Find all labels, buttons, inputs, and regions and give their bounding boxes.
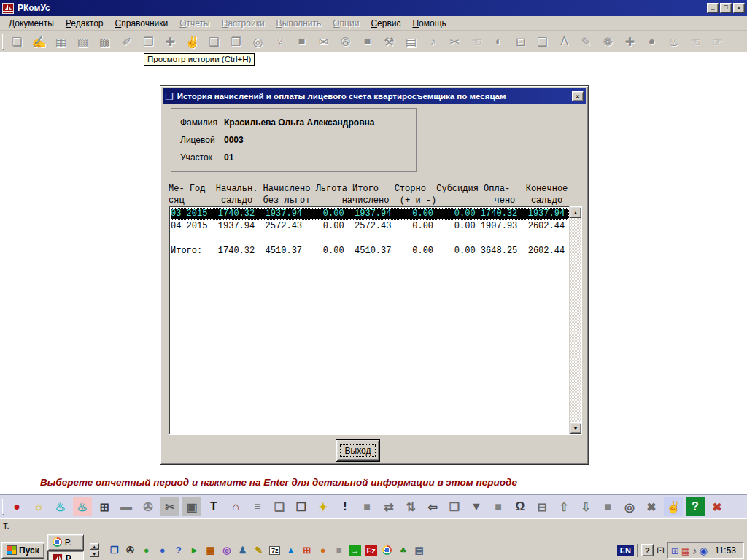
page-icon[interactable]: ❏	[270, 497, 289, 516]
filezilla-icon[interactable]: Fz	[365, 545, 377, 556]
payment-icon[interactable]: ◐	[489, 33, 508, 50]
help-green-icon[interactable]: ?	[686, 497, 705, 516]
spin-up-icon[interactable]: ▲	[90, 543, 99, 550]
tree-icon[interactable]: ♣	[395, 543, 411, 558]
open-folder-icon[interactable]: ❏	[7, 33, 27, 50]
sevenzip-icon[interactable]: 7z	[267, 543, 283, 558]
dialog-titlebar[interactable]: ❒ История начислений и оплаты лицевого с…	[163, 88, 586, 104]
table-view-icon[interactable]: ▦	[51, 33, 71, 50]
history-row[interactable]: 04 2015 1937.94 2572.43 0.00 2572.43 0.0…	[171, 220, 569, 233]
list-scrollbar[interactable]: ▲ ▼	[569, 206, 581, 434]
block-icon[interactable]: ■	[357, 497, 376, 516]
arrow-up-icon[interactable]: ⇧	[554, 497, 573, 516]
history-list[interactable]: 03 2015 1740.32 1937.94 0.00 1937.94 0.0…	[169, 206, 569, 434]
copy-stack-icon[interactable]: ❐	[226, 33, 246, 50]
wrench-icon[interactable]: ✇	[139, 497, 158, 516]
win-tray-icon[interactable]: ⊞	[671, 545, 679, 556]
cut-icon[interactable]: ✂	[160, 497, 179, 516]
gray-box-icon[interactable]: ■	[331, 543, 347, 558]
globe-icon[interactable]: ●	[155, 543, 171, 558]
menu-item-Помощь[interactable]: Помощь	[406, 17, 452, 30]
menu-item-Сервис[interactable]: Сервис	[365, 17, 406, 30]
printer-icon[interactable]: ⊟	[511, 33, 530, 50]
fork-icon[interactable]: ⇅	[401, 497, 420, 516]
minus-icon[interactable]: ▬	[117, 497, 136, 516]
close-button[interactable]: ✕	[733, 3, 745, 13]
menu-item-Опции[interactable]: Опции	[327, 17, 365, 30]
toolbar-bottom-grip[interactable]	[2, 499, 4, 515]
spin-down-icon[interactable]: ▼	[90, 551, 99, 557]
doc-search-icon[interactable]: ◎	[620, 497, 639, 516]
print-small-icon[interactable]: ⊟	[533, 497, 551, 516]
block2-icon[interactable]: ■	[357, 33, 377, 50]
wardrobe-icon[interactable]: ⊞	[95, 497, 114, 516]
house-icon[interactable]: ⌂	[226, 497, 245, 516]
history-row-selected[interactable]: 03 2015 1740.32 1937.94 0.00 1937.94 0.0…	[171, 208, 569, 220]
hand-right-icon[interactable]: ☞	[708, 33, 727, 50]
faucet-icon[interactable]: ♨	[51, 497, 70, 516]
task-button-Р.[interactable]: Р.	[47, 534, 84, 551]
menu-item-Настройки[interactable]: Настройки	[216, 17, 271, 30]
gear-icon[interactable]: ✇	[123, 543, 139, 558]
lamp-icon[interactable]: ☼	[29, 497, 48, 516]
spark-icon[interactable]: ❁	[598, 33, 618, 50]
folder-dark-icon[interactable]: ❑	[533, 33, 552, 50]
chrome-icon[interactable]	[379, 543, 395, 558]
note-alert-icon[interactable]: ✐	[117, 33, 136, 50]
toolbar-grip[interactable]	[2, 34, 4, 50]
callback-icon[interactable]: ☜	[467, 33, 487, 50]
alert-icon[interactable]: !	[336, 497, 355, 516]
notes-icon[interactable]: ✎	[251, 543, 267, 558]
scroll-up-button[interactable]: ▲	[570, 206, 581, 218]
minimize-button[interactable]: _	[707, 3, 719, 13]
exit-button[interactable]: Выход	[336, 439, 380, 462]
book-icon[interactable]: ✉	[314, 33, 333, 50]
exit-x-icon[interactable]: ✖	[708, 497, 727, 516]
close-x-icon[interactable]: ✖	[642, 497, 661, 516]
fox-icon[interactable]: ●	[315, 543, 331, 558]
grid-color-icon[interactable]: ⊞	[299, 543, 315, 558]
hammer-icon[interactable]: ⚒	[379, 33, 399, 50]
key-icon[interactable]: ✦	[314, 497, 333, 516]
omega-icon[interactable]: Ω	[511, 497, 530, 516]
help-blue-icon[interactable]: ?	[171, 543, 187, 558]
help-tray-button[interactable]: ?	[641, 544, 654, 556]
arrow-down-icon[interactable]: ⇩	[576, 497, 595, 516]
azure-icon[interactable]: ▲	[283, 543, 299, 558]
notebook-icon[interactable]: ▤	[401, 33, 421, 50]
menu-item-Отчеты[interactable]: Отчеты	[174, 17, 216, 30]
font-icon[interactable]: Α	[554, 33, 574, 50]
menu-item-Редактор[interactable]: Редактор	[60, 17, 109, 30]
menu-item-Справочники[interactable]: Справочники	[109, 17, 174, 30]
camera-icon[interactable]: ▣	[182, 497, 201, 516]
taskbar-spin-control[interactable]: ▲ ▼	[90, 543, 99, 557]
grid-icon[interactable]: ▩	[95, 33, 115, 50]
speaker-icon[interactable]: ♪	[692, 545, 697, 556]
ladder-icon[interactable]: ≡	[248, 497, 267, 516]
green-ball-icon[interactable]: ●	[139, 543, 155, 558]
scissors-icon[interactable]: ✂	[445, 33, 465, 50]
refresh-doc-icon[interactable]: ✇	[336, 33, 355, 50]
block-icon[interactable]: ■	[292, 33, 311, 50]
binoculars-icon[interactable]: ◎	[248, 33, 268, 50]
go-arrow-icon[interactable]: →	[349, 545, 361, 556]
page-dark-icon[interactable]: ❐	[292, 497, 311, 516]
catalog-icon[interactable]: ❒	[107, 543, 123, 558]
person-globe-icon[interactable]: ♟	[235, 543, 251, 558]
scroll-down-button[interactable]: ▼	[570, 422, 581, 434]
notepad-icon[interactable]: ▤	[411, 543, 427, 558]
menu-item-Документы[interactable]: Документы	[3, 17, 60, 30]
tools-icon[interactable]: ♨	[664, 33, 684, 50]
chart-down-icon[interactable]: ▼	[467, 497, 486, 516]
traffic-light-icon[interactable]: ●	[7, 497, 26, 516]
block3-icon[interactable]: ■	[598, 497, 617, 516]
blob-icon[interactable]: ●	[642, 33, 662, 50]
add-record-icon[interactable]: ✚	[160, 33, 180, 50]
menu-item-Выполнить[interactable]: Выполнить	[271, 17, 328, 30]
sign-icon[interactable]: ✎	[576, 33, 596, 50]
stop-hand-icon[interactable]: ✌	[182, 33, 202, 50]
task-button-Р..[interactable]: Р..	[47, 551, 84, 560]
table-edit-icon[interactable]: ▧	[73, 33, 93, 50]
language-indicator[interactable]: EN	[617, 545, 634, 556]
signal-icon[interactable]: ◉	[700, 545, 708, 556]
